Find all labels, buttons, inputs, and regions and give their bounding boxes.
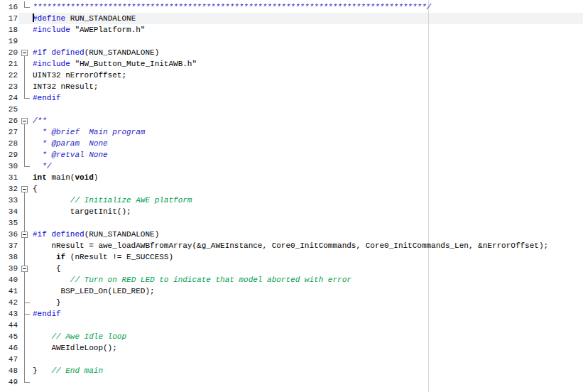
code-line[interactable]: 32{ (0, 183, 583, 195)
code-text[interactable]: // Turn on RED LED to indicate that mode… (33, 274, 583, 285)
line-number[interactable]: 45 (0, 331, 19, 342)
code-text[interactable]: // Initialize AWE platform (33, 195, 583, 206)
code-text[interactable] (33, 320, 583, 331)
line-number[interactable]: 17 (0, 13, 19, 24)
code-line[interactable]: 35 (0, 217, 583, 229)
line-number[interactable]: 43 (0, 308, 19, 320)
code-text[interactable]: #define RUN_STANDALONE (33, 13, 583, 24)
code-text[interactable]: if (nResult != E_SUCCESS) (33, 251, 583, 263)
fold-collapse-icon[interactable] (19, 47, 33, 58)
code-line[interactable]: 26/** (0, 115, 583, 126)
code-line[interactable]: 49 (0, 376, 583, 388)
code-line[interactable]: 22UINT32 nErrorOffset; (0, 70, 583, 81)
line-number[interactable]: 24 (0, 92, 19, 104)
line-number[interactable]: 23 (0, 81, 19, 92)
code-text[interactable]: UINT32 nErrorOffset; (33, 70, 583, 81)
line-number[interactable]: 39 (0, 263, 19, 274)
fold-collapse-icon[interactable] (19, 115, 33, 126)
line-number[interactable]: 16 (0, 1, 19, 13)
code-text[interactable]: { (33, 263, 583, 274)
line-number[interactable]: 42 (0, 297, 19, 308)
code-line[interactable]: 43#endif (0, 308, 583, 320)
code-line[interactable]: 25 (0, 104, 583, 115)
code-line[interactable]: 17#define RUN_STANDALONE (0, 13, 583, 24)
fold-collapse-icon[interactable] (19, 229, 33, 240)
code-line[interactable]: 16**************************************… (0, 1, 583, 13)
code-text[interactable]: // Awe Idle loop (33, 331, 583, 342)
line-number[interactable]: 20 (0, 47, 19, 58)
code-line[interactable]: 21#include "HW_Button_Mute_InitAWB.h" (0, 58, 583, 70)
line-number[interactable]: 47 (0, 354, 19, 365)
code-line[interactable]: 31int main(void) (0, 172, 583, 183)
code-text[interactable]: /** (33, 115, 583, 126)
code-text[interactable]: #include "AWEPlatform.h" (33, 24, 583, 36)
code-line[interactable]: 24#endif (0, 92, 583, 104)
code-text[interactable]: nResult = awe_loadAWBfromArray(&g_AWEIns… (33, 240, 583, 251)
line-number[interactable]: 28 (0, 138, 19, 149)
code-area[interactable]: 16**************************************… (0, 0, 583, 388)
code-line[interactable]: 18#include "AWEPlatform.h" (0, 24, 583, 36)
code-line[interactable]: 41 BSP_LED_On(LED_RED); (0, 285, 583, 297)
line-number[interactable]: 32 (0, 183, 19, 195)
fold-collapse-icon[interactable] (19, 263, 33, 274)
code-text[interactable] (33, 354, 583, 365)
line-number[interactable]: 21 (0, 58, 19, 70)
code-text[interactable] (33, 376, 583, 388)
code-text[interactable]: */ (33, 160, 583, 172)
code-line[interactable]: 19 (0, 36, 583, 47)
line-number[interactable]: 22 (0, 70, 19, 81)
line-number[interactable]: 33 (0, 195, 19, 206)
line-number[interactable]: 46 (0, 342, 19, 354)
code-text[interactable]: } // End main (33, 365, 583, 376)
code-text[interactable]: * @param None (33, 138, 583, 149)
code-line[interactable]: 28 * @param None (0, 138, 583, 149)
line-number[interactable]: 35 (0, 217, 19, 229)
code-text[interactable]: BSP_LED_On(LED_RED); (33, 285, 583, 297)
code-line[interactable]: 44 (0, 320, 583, 331)
code-text[interactable]: { (33, 183, 583, 195)
line-number[interactable]: 38 (0, 251, 19, 263)
line-number[interactable]: 30 (0, 160, 19, 172)
code-line[interactable]: 30 */ (0, 160, 583, 172)
code-text[interactable]: #if defined(RUN_STANDALONE) (33, 229, 583, 240)
code-text[interactable]: int main(void) (33, 172, 583, 183)
code-text[interactable]: ****************************************… (33, 1, 583, 13)
code-line[interactable]: 36#if defined(RUN_STANDALONE) (0, 229, 583, 240)
line-number[interactable]: 34 (0, 206, 19, 217)
code-text[interactable]: #endif (33, 92, 583, 104)
code-text[interactable] (33, 36, 583, 47)
code-text[interactable]: AWEIdleLoop(); (33, 342, 583, 354)
line-number[interactable]: 25 (0, 104, 19, 115)
code-line[interactable]: 39 { (0, 263, 583, 274)
code-line[interactable]: 37 nResult = awe_loadAWBfromArray(&g_AWE… (0, 240, 583, 251)
fold-collapse-icon[interactable] (19, 183, 33, 195)
code-line[interactable]: 42 } (0, 297, 583, 308)
line-number[interactable]: 18 (0, 24, 19, 36)
line-number[interactable]: 44 (0, 320, 19, 331)
line-number[interactable]: 49 (0, 376, 19, 388)
code-line[interactable]: 48} // End main (0, 365, 583, 376)
code-line[interactable]: 47 (0, 354, 583, 365)
line-number[interactable]: 48 (0, 365, 19, 376)
line-number[interactable]: 37 (0, 240, 19, 251)
code-line[interactable]: 38 if (nResult != E_SUCCESS) (0, 251, 583, 263)
code-text[interactable]: targetInit(); (33, 206, 583, 217)
line-number[interactable]: 26 (0, 115, 19, 126)
code-text[interactable]: } (33, 297, 583, 308)
code-text[interactable]: * @retval None (33, 149, 583, 160)
code-text[interactable]: #endif (33, 308, 583, 320)
line-number[interactable]: 40 (0, 274, 19, 285)
line-number[interactable]: 31 (0, 172, 19, 183)
code-line[interactable]: 45 // Awe Idle loop (0, 331, 583, 342)
code-line[interactable]: 33 // Initialize AWE platform (0, 195, 583, 206)
code-line[interactable]: 20#if defined(RUN_STANDALONE) (0, 47, 583, 58)
line-number[interactable]: 36 (0, 229, 19, 240)
code-line[interactable]: 27 * @brief Main program (0, 126, 583, 138)
line-number[interactable]: 29 (0, 149, 19, 160)
code-text[interactable] (33, 217, 583, 229)
code-text[interactable] (33, 104, 583, 115)
code-line[interactable]: 40 // Turn on RED LED to indicate that m… (0, 274, 583, 285)
code-text[interactable]: INT32 nResult; (33, 81, 583, 92)
code-text[interactable]: * @brief Main program (33, 126, 583, 138)
line-number[interactable]: 41 (0, 285, 19, 297)
